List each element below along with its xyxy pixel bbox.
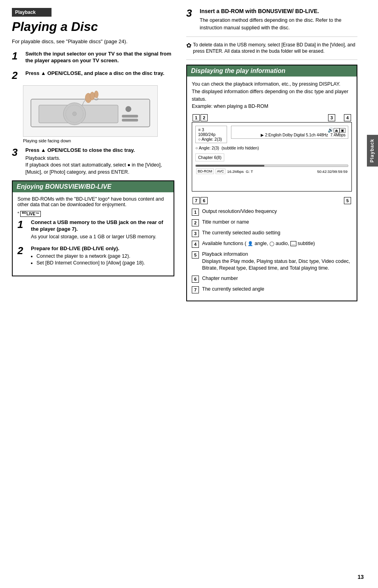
right-step-3-num: 3: [186, 8, 197, 18]
step-3-title: Press ▲ OPEN/CLOSE to close the disc tra…: [25, 147, 174, 154]
diagram-inner: ≡ 3 1080/24p ○ Angle: 2(3) 🔊⏏▣: [192, 123, 351, 177]
info-num-6: 6: [192, 276, 199, 283]
step-2-title: Press ▲ OPEN/CLOSE, and place a disc on …: [25, 70, 174, 77]
diag-progress-bar: [195, 165, 348, 167]
svg-point-10: [94, 91, 98, 98]
disc-caption: Playing side facing down: [23, 138, 174, 143]
step-2: 2 Press ▲ OPEN/CLOSE, and place a disc o…: [12, 70, 174, 80]
bullet-1: Connect the player to a network (page 12…: [36, 253, 169, 259]
section-header: Playback: [12, 8, 52, 17]
svg-rect-6: [122, 115, 138, 117]
left-column: Playback Playing a Disc For playable dis…: [12, 8, 182, 580]
bitrate-info: 16.2Mbps G: T: [227, 169, 253, 174]
info-item-6: 6 Chapter number: [192, 275, 352, 283]
step-3-num: 3: [12, 147, 23, 157]
page-title: Playing a Disc: [12, 20, 174, 34]
info-text-5: Playback information Displays the Play m…: [202, 251, 352, 272]
info-num-5: 5: [192, 251, 199, 259]
diagram-box: ≡ 3 1080/24p ○ Angle: 2(3) 🔊⏏▣: [192, 122, 352, 192]
svg-point-9: [90, 92, 95, 100]
info-text-6: Chapter number: [202, 275, 352, 282]
diag-bottom-info: BD-ROM AVC 16.2Mbps G: T 50:42:32/99:59:…: [195, 169, 348, 174]
bd-rom-label: BD-ROM: [196, 169, 214, 174]
info-item-7: 7 The currently selected angle: [192, 286, 352, 293]
bonusview-step-2: 2 Prepare for BD-LIVE (BD-LIVE only). Co…: [17, 245, 169, 267]
play-info-diagram: 1 2 3 4: [192, 114, 352, 204]
bullet-2: Set [BD Internet Connection] to [Allow] …: [36, 260, 169, 266]
step-2-num: 2: [12, 70, 23, 80]
info-item-1: 1 Output resolution/Video frequency: [192, 208, 352, 216]
avc-label: AVC: [216, 169, 226, 174]
diag-progress-fill: [196, 165, 264, 167]
display-intro: You can check the playback information, …: [192, 80, 352, 110]
top-label-row: 1 2 3 4: [192, 114, 352, 121]
info-item-2: 2 Title number or name: [192, 219, 352, 226]
svg-point-5: [126, 106, 131, 112]
diag-sub-icon: ○: [195, 146, 198, 150]
svg-rect-7: [122, 119, 138, 121]
label-4: 4: [344, 114, 351, 121]
step-3-body-1: Playback starts.: [25, 155, 174, 162]
diag-mid-row: ○ Angle: 2(3) (subtitle info hidden): [195, 146, 348, 150]
bonusview-step-1-num: 1: [17, 219, 29, 230]
bottom-label-row: 7 6 5: [192, 197, 352, 204]
step-3-body-2: If playback does not start automatically…: [25, 162, 174, 176]
tip-text: To delete data in the USB memory, select…: [193, 42, 357, 55]
right-column: 3 Insert a BD-ROM with BONUSVIEW/ BD-LIV…: [182, 8, 357, 580]
label-3: 3: [328, 114, 335, 121]
intro-text: For playable discs, see "Playable discs"…: [12, 38, 174, 44]
right-step-3-body: The operation method differs depending o…: [200, 17, 357, 32]
display-section-box: Displaying the play information You can …: [186, 65, 357, 301]
step-1-num: 1: [12, 51, 23, 61]
info-text-2: Title number or name: [202, 219, 352, 226]
time-info: 50:42:32/99:59:59: [317, 169, 347, 174]
playback-side-tab: Playback: [367, 135, 378, 167]
step-1-title: Switch the input selector on your TV so …: [25, 51, 174, 64]
subtitle-icon: ...: [290, 241, 296, 246]
bonusview-step-1: 1 Connect a USB memory to the USB jack o…: [17, 219, 169, 241]
angle-icon: 👤: [248, 241, 253, 246]
bonusview-step-1-title: Connect a USB memory to the USB jack on …: [31, 219, 169, 233]
info-num-2: 2: [192, 219, 199, 226]
bonusview-intro: Some BD-ROMs with the "BD-LIVE" logo* ha…: [17, 196, 169, 207]
info-text-4: Available functions ( 👤 angle, ◯ audio, …: [202, 240, 352, 247]
display-section-header: Displaying the play information: [187, 65, 357, 77]
label-7: 7: [193, 197, 200, 204]
bdlive-footnote: * BDLIVE™: [17, 211, 169, 216]
bonusview-step-2-bullets: Connect the player to a network (page 12…: [31, 253, 169, 266]
info-num-4: 4: [192, 241, 199, 248]
display-section: Displaying the play information You can …: [186, 65, 357, 301]
info-num-7: 7: [192, 286, 199, 293]
label-6: 6: [200, 197, 208, 204]
info-text-7: The currently selected angle: [202, 286, 352, 293]
menu-sym: ≡: [198, 127, 200, 132]
diag-top-right-info: 🔊⏏▣ ▶ 2:English Dolby Digital 5.1ch 448H…: [231, 126, 348, 139]
label-5: 5: [344, 197, 351, 204]
diag-top-left-info: ≡ 3 1080/24p ○ Angle: 2(3): [195, 126, 227, 143]
step-3: 3 Press ▲ OPEN/CLOSE to close the disc t…: [12, 147, 174, 176]
disc-image: [23, 85, 158, 137]
diag-audio-icons: 🔊⏏▣: [234, 127, 346, 133]
bonusview-step-2-title: Prepare for BD-LIVE (BD-LIVE only).: [31, 245, 169, 252]
info-text-1: Output resolution/Video frequency: [202, 208, 352, 215]
info-item-3: 3 The currently selected audio setting: [192, 230, 352, 237]
label-2: 2: [200, 114, 208, 121]
info-item-5: 5 Playback information Displays the Play…: [192, 251, 352, 272]
info-item-4: 4 Available functions ( 👤 angle, ◯ audio…: [192, 240, 352, 248]
bonusview-step-2-num: 2: [17, 245, 29, 256]
tip-icon: ✿: [186, 42, 191, 49]
tip-section: ✿ To delete data in the USB memory, sele…: [186, 42, 357, 55]
right-step-3: 3 Insert a BD-ROM with BONUSVIEW/ BD-LIV…: [186, 8, 357, 32]
svg-point-3: [73, 112, 76, 116]
info-num-3: 3: [192, 230, 199, 237]
divider-2: [186, 59, 357, 60]
bonusview-section: Enjoying BONUSVIEW/BD-LIVE Some BD-ROMs …: [12, 180, 174, 276]
diag-resolution: 1080/24p: [198, 132, 224, 137]
diag-chapter: Chapter 6(8): [195, 153, 224, 161]
bonusview-header: Enjoying BONUSVIEW/BD-LIVE: [13, 181, 174, 192]
info-list: 1 Output resolution/Video frequency 2 Ti…: [192, 208, 352, 293]
bonusview-step-1-body: As your local storage, use a 1 GB or lar…: [31, 234, 169, 241]
info-num-1: 1: [192, 209, 199, 216]
right-step-3-title: Insert a BD-ROM with BONUSVIEW/ BD-LIVE.: [200, 8, 357, 14]
diag-angle: ○ Angle: 2(3): [198, 137, 224, 142]
